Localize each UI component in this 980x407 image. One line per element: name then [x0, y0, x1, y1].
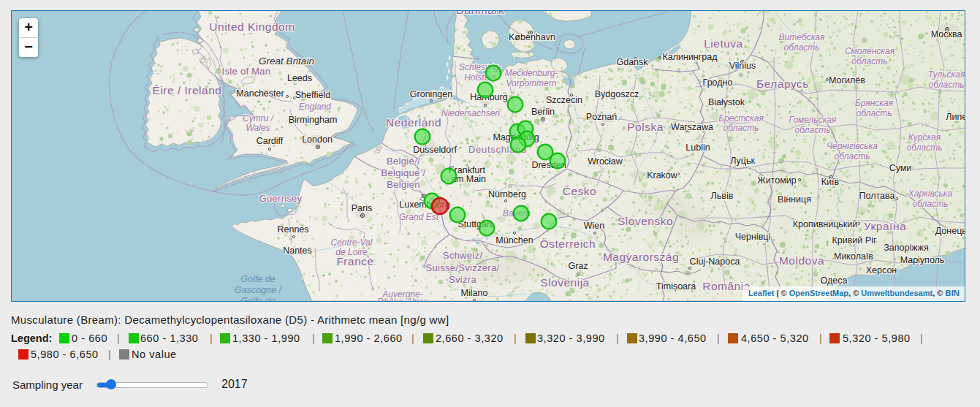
svg-text:область: область: [784, 42, 820, 53]
svg-text:область: область: [907, 142, 943, 153]
svg-text:Україна: Україна: [864, 220, 906, 232]
svg-text:Grand Est: Grand Est: [399, 212, 439, 222]
svg-text:Витебская: Витебская: [779, 32, 825, 42]
svg-text:Magyarország: Magyarország: [603, 251, 679, 263]
svg-text:Polska: Polska: [627, 121, 664, 133]
svg-text:Birmingham: Birmingham: [289, 115, 338, 125]
svg-text:München: München: [495, 235, 533, 246]
svg-text:Rhône-Alpes: Rhône-Alpes: [377, 297, 428, 301]
svg-text:Запоріжжя: Запоріжжя: [884, 243, 928, 253]
svg-text:London: London: [302, 134, 333, 145]
svg-text:Manchester: Manchester: [236, 88, 284, 99]
svg-text:Миколаїв: Миколаїв: [834, 251, 873, 262]
svg-text:Могилёв: Могилёв: [829, 75, 865, 85]
svg-text:Lietuva: Lietuva: [704, 37, 742, 50]
svg-text:Sheffield: Sheffield: [295, 90, 330, 100]
svg-text:Луцьк: Луцьк: [730, 156, 755, 166]
svg-text:Смоленская: Смоленская: [845, 46, 895, 56]
svg-text:Вінниця: Вінниця: [778, 194, 811, 205]
svg-text:Great Britain: Great Britain: [259, 56, 314, 66]
svg-text:Vilnius: Vilnius: [729, 61, 756, 71]
svg-text:Suisse/Svizzera/: Suisse/Svizzera/: [426, 262, 500, 273]
svg-text:Полтава: Полтава: [859, 191, 895, 201]
svg-text:Österreich: Österreich: [540, 237, 596, 250]
svg-text:область: область: [795, 125, 831, 135]
svg-text:Беларусь: Беларусь: [756, 77, 809, 90]
svg-text:Guernsey: Guernsey: [259, 193, 303, 204]
svg-text:Калининград: Калининград: [662, 52, 718, 62]
svg-text:Nantes: Nantes: [283, 246, 312, 256]
svg-text:Isle of Man: Isle of Man: [222, 66, 271, 77]
svg-text:Berlin: Berlin: [531, 107, 555, 117]
svg-text:Éire / Ireland: Éire / Ireland: [153, 84, 222, 96]
svg-text:Nederland: Nederland: [386, 116, 441, 129]
svg-text:Чернігівська: Чернігівська: [827, 141, 878, 151]
svg-text:Курская: Курская: [908, 132, 941, 142]
svg-text:Timișoara: Timișoara: [656, 281, 696, 292]
svg-text:область: область: [929, 80, 965, 90]
svg-text:Centre-Val: Centre-Val: [331, 237, 373, 248]
svg-text:Липецк: Липецк: [946, 112, 965, 122]
svg-text:Херсон: Херсон: [866, 265, 897, 275]
svg-text:Paris: Paris: [352, 203, 372, 213]
svg-text:Lublin: Lublin: [685, 142, 710, 153]
svg-text:Svizra: Svizra: [449, 274, 476, 285]
svg-text:Niedersachsen: Niedersachsen: [441, 108, 500, 118]
svg-text:Belgique /: Belgique /: [381, 167, 426, 178]
svg-text:Vorpommern: Vorpommern: [506, 78, 557, 88]
svg-text:Milano: Milano: [461, 288, 488, 298]
svg-text:Danmark: Danmark: [456, 11, 504, 16]
svg-text:Gdańsk: Gdańsk: [616, 57, 648, 67]
svg-text:Bydgoszcz: Bydgoszcz: [595, 89, 639, 99]
svg-text:Warszawa: Warszawa: [671, 122, 713, 132]
svg-text:Golfo de: Golfo de: [240, 296, 275, 301]
svg-text:область: область: [913, 199, 949, 209]
svg-text:Groningen: Groningen: [410, 89, 452, 99]
svg-text:België /: België /: [387, 156, 420, 167]
svg-text:København: København: [509, 32, 555, 42]
svg-text:Slovenija: Slovenija: [540, 276, 589, 289]
svg-text:Rennes: Rennes: [277, 224, 308, 235]
svg-text:Česko: Česko: [563, 185, 596, 197]
svg-text:Львів: Львів: [711, 191, 734, 201]
svg-text:Cymru /: Cymru /: [243, 113, 275, 123]
svg-text:Житомир: Житомир: [757, 175, 797, 186]
svg-text:область: область: [852, 56, 888, 66]
svg-text:Маріуполь: Маріуполь: [900, 255, 945, 265]
svg-text:Leeds: Leeds: [287, 73, 312, 83]
svg-text:Суми: Суми: [889, 163, 912, 173]
svg-text:Чернівці: Чернівці: [735, 232, 771, 242]
svg-text:Cluj-Napoca: Cluj-Napoca: [690, 256, 740, 267]
svg-text:Poznań: Poznań: [586, 112, 617, 122]
svg-text:Dusseldorf: Dusseldorf: [413, 145, 457, 155]
svg-text:Брестская: Брестская: [718, 113, 764, 123]
svg-text:Москва: Москва: [931, 29, 962, 39]
svg-text:Wales: Wales: [246, 123, 270, 133]
svg-text:Gascogne /: Gascogne /: [235, 285, 282, 295]
svg-text:Graz: Graz: [568, 261, 588, 271]
svg-text:Nürnberg: Nürnberg: [488, 189, 526, 199]
svg-text:Belgien: Belgien: [387, 179, 419, 190]
svg-text:United Kingdom: United Kingdom: [209, 20, 295, 33]
svg-text:область: область: [835, 151, 870, 161]
svg-text:Kraków: Kraków: [647, 170, 678, 180]
svg-text:Mecklenburg-: Mecklenburg-: [505, 68, 558, 78]
svg-text:Тульская: Тульская: [928, 69, 965, 80]
svg-text:Кривий Ріг: Кривий Ріг: [832, 235, 877, 246]
svg-text:Szczecin: Szczecin: [546, 95, 582, 105]
svg-text:Кропивницький: Кропивницький: [793, 219, 858, 229]
svg-text:Moldova: Moldova: [779, 254, 824, 267]
svg-text:Донецьк: Донецьк: [935, 226, 965, 236]
svg-text:Slovensko: Slovensko: [618, 215, 673, 227]
svg-text:Cardiff: Cardiff: [257, 136, 284, 146]
svg-text:Wien: Wien: [584, 221, 605, 231]
svg-text:Брянская: Брянская: [855, 98, 894, 108]
svg-text:Białystok: Białystok: [708, 97, 745, 107]
svg-text:Schweiz/: Schweiz/: [443, 250, 483, 261]
svg-text:Одеса: Одеса: [821, 275, 848, 286]
svg-text:Харківська: Харківська: [908, 189, 953, 199]
svg-text:Гомельская: Гомельская: [789, 115, 837, 125]
svg-text:Київ: Київ: [821, 177, 840, 187]
svg-text:область: область: [723, 123, 759, 133]
svg-text:Гродно: Гродно: [703, 77, 733, 88]
